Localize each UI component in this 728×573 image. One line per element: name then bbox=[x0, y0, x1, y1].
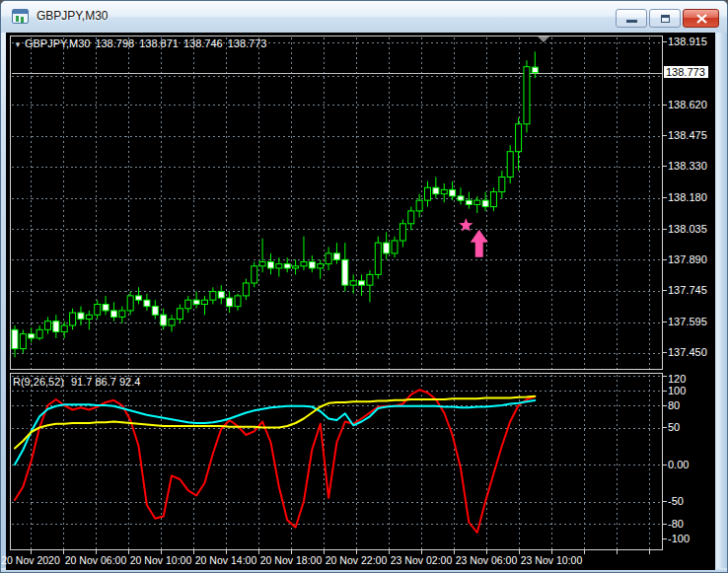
current-price-label: 138.773 bbox=[664, 66, 708, 78]
price-tick-label: 137.450 bbox=[668, 346, 707, 358]
indicator-tick-label: 0.00 bbox=[668, 459, 689, 470]
time-tick-label: 23 Nov 06:00 bbox=[449, 554, 524, 566]
price-tick-label: 138.035 bbox=[668, 223, 707, 235]
ohlc-low: 138.746 bbox=[183, 37, 223, 49]
indicator-values: 91.7 86.7 92.4 bbox=[71, 376, 140, 388]
time-tick-label: 23 Nov 10:00 bbox=[514, 554, 589, 566]
indicator-tick-label: -80 bbox=[668, 518, 684, 530]
chart-ohlc-header: ▼GBPJPY,M30138.798138.871138.746138.773 bbox=[14, 37, 271, 49]
time-tick-label: 20 Nov 06:00 bbox=[58, 554, 133, 566]
ohlc-high: 138.871 bbox=[139, 37, 179, 49]
time-tick-label: 20 Nov 14:00 bbox=[188, 554, 263, 566]
price-tick-label: 138.475 bbox=[668, 129, 707, 141]
chart-canvas[interactable] bbox=[1, 1, 728, 573]
mt4-chart-window: GBPJPY,M30 ▼GBPJPY,M30138.798138.871138.… bbox=[0, 0, 728, 573]
time-tick-label: 20 Nov 22:00 bbox=[319, 554, 394, 566]
collapse-arrow-icon[interactable]: ▼ bbox=[14, 40, 22, 49]
time-tick-label: 20 Nov 18:00 bbox=[254, 554, 328, 566]
price-tick-label: 138.180 bbox=[668, 191, 707, 203]
ohlc-open: 138.798 bbox=[95, 37, 134, 49]
chart-shift-triangle-icon bbox=[538, 36, 549, 42]
price-tick-label: 138.330 bbox=[668, 160, 707, 172]
indicator-tick-label: -50 bbox=[668, 495, 684, 507]
time-tick-label: 23 Nov 02:00 bbox=[384, 554, 459, 566]
price-tick-label: 138.620 bbox=[668, 99, 707, 110]
indicator-tick-label: 50 bbox=[668, 421, 680, 433]
indicator-line-r-fast bbox=[15, 390, 535, 533]
price-tick-label: 137.745 bbox=[668, 284, 707, 296]
price-tick-label: 138.915 bbox=[668, 36, 707, 47]
indicator-tick-label: 100 bbox=[668, 385, 686, 396]
price-tick-label: 137.595 bbox=[668, 316, 707, 327]
ohlc-close: 138.773 bbox=[228, 37, 267, 49]
indicator-tick-label: -100 bbox=[668, 533, 690, 544]
indicator-tick-label: 80 bbox=[668, 399, 680, 411]
indicator-tick-label: 120 bbox=[668, 373, 686, 385]
indicator-label: R(9,26,52)91.7 86.7 92.4 bbox=[13, 376, 147, 388]
screen: GBPJPY,M30 ▼GBPJPY,M30138.798138.871138.… bbox=[0, 0, 728, 573]
price-tick-label: 137.890 bbox=[668, 253, 707, 265]
indicator-name: R(9,26,52) bbox=[13, 376, 64, 388]
time-tick-label: 20 Nov 10:00 bbox=[123, 554, 198, 566]
ohlc-symbol: GBPJPY,M30 bbox=[25, 37, 90, 49]
